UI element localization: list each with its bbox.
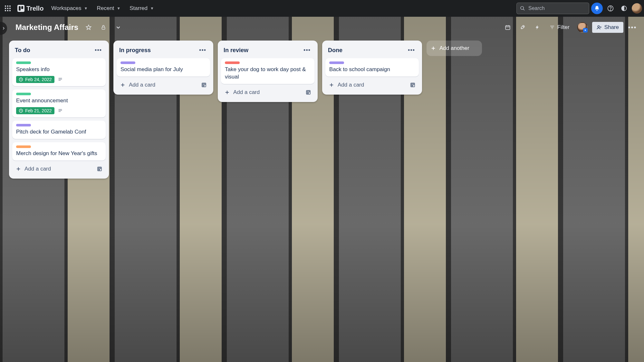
- list-title[interactable]: In review: [224, 47, 302, 54]
- star-board-button[interactable]: [83, 22, 94, 33]
- card-label[interactable]: [225, 61, 240, 64]
- member-avatar[interactable]: ✦: [577, 22, 588, 32]
- add-card-button[interactable]: Add a card: [119, 80, 197, 90]
- user-plus-icon: [597, 25, 602, 30]
- list[interactable]: To do•••Speakers infoFeb 24, 2022Event a…: [9, 41, 109, 179]
- list-header: Done•••: [325, 44, 419, 58]
- automation-button[interactable]: [532, 22, 543, 33]
- list-menu-button[interactable]: •••: [198, 46, 207, 55]
- search-placeholder: Search: [528, 5, 545, 11]
- list-title[interactable]: Done: [328, 47, 407, 54]
- workspaces-label: Workspaces: [51, 5, 81, 12]
- starred-dropdown[interactable]: Starred ▼: [126, 3, 158, 14]
- list[interactable]: In progress•••Social media plan for July…: [113, 41, 213, 95]
- add-list-label: Add another: [439, 45, 469, 51]
- plus-icon: [430, 45, 436, 51]
- list[interactable]: In review•••Take your dog to work day po…: [218, 41, 318, 102]
- apps-button[interactable]: [2, 3, 14, 14]
- card-title: Event announcement: [16, 97, 102, 105]
- svg-rect-8: [9, 10, 11, 11]
- card-label[interactable]: [16, 145, 31, 148]
- add-card-button[interactable]: Add a card: [223, 87, 302, 97]
- list-footer: Add a card: [325, 77, 419, 91]
- board-menu-button[interactable]: •••: [627, 22, 638, 33]
- board-members[interactable]: ✦: [576, 22, 589, 32]
- calendar-powerup-button[interactable]: [502, 22, 514, 33]
- card[interactable]: Social media plan for July: [117, 58, 210, 77]
- board-title[interactable]: Marketing Affairs: [14, 22, 80, 33]
- list-title[interactable]: In progress: [119, 47, 198, 54]
- filter-icon: [550, 25, 555, 30]
- due-date-text: Feb 21, 2022: [25, 108, 52, 113]
- theme-button[interactable]: [618, 3, 630, 14]
- visibility-button[interactable]: [98, 22, 109, 33]
- svg-rect-1: [7, 5, 8, 7]
- add-list-button[interactable]: Add another: [427, 41, 482, 56]
- plus-icon: [224, 89, 230, 95]
- app-name: Trello: [26, 5, 43, 12]
- due-date-badge[interactable]: Feb 24, 2022: [16, 76, 54, 83]
- trello-logo[interactable]: Trello: [15, 5, 46, 12]
- chevron-down-icon: ▼: [150, 6, 154, 11]
- card[interactable]: Merch design for New Year's gifts: [12, 142, 106, 161]
- workspaces-dropdown[interactable]: Workspaces ▼: [47, 3, 91, 14]
- clock-icon: [19, 77, 23, 82]
- add-card-button[interactable]: Add a card: [14, 164, 93, 174]
- theme-icon: [621, 5, 627, 12]
- notifications-button[interactable]: [591, 3, 603, 14]
- card-label[interactable]: [16, 124, 31, 126]
- description-icon: [58, 77, 63, 82]
- svg-point-11: [597, 10, 598, 11]
- lists-container[interactable]: To do•••Speakers infoFeb 24, 2022Event a…: [0, 38, 644, 362]
- card-title: Pitch deck for Gamelab Conf: [16, 128, 102, 136]
- list[interactable]: Done•••Back to school campaignAdd a card: [322, 41, 422, 95]
- card-label[interactable]: [16, 93, 31, 95]
- starred-label: Starred: [130, 5, 148, 12]
- card[interactable]: Event announcementFeb 21, 2022: [12, 89, 106, 117]
- help-button[interactable]: [605, 3, 616, 14]
- help-icon: [607, 5, 614, 12]
- card-template-button[interactable]: [200, 81, 208, 89]
- bolt-icon: [535, 24, 540, 30]
- card[interactable]: Take your dog to work day post & visual: [221, 58, 314, 84]
- svg-rect-55: [411, 85, 413, 86]
- cards: Social media plan for July: [117, 58, 210, 77]
- card-template-button[interactable]: [95, 165, 104, 173]
- card-label[interactable]: [120, 61, 135, 64]
- list-menu-button[interactable]: •••: [93, 46, 103, 55]
- account-avatar[interactable]: [632, 3, 642, 14]
- card-label[interactable]: [16, 61, 31, 64]
- list-menu-button[interactable]: •••: [407, 46, 416, 55]
- board-header: Marketing Affairs Filter ✦: [0, 17, 644, 38]
- powerups-button[interactable]: [517, 22, 528, 33]
- svg-rect-44: [203, 84, 205, 85]
- share-button[interactable]: Share: [592, 22, 623, 33]
- board-view-switcher[interactable]: [112, 22, 124, 33]
- card-template-button[interactable]: [409, 81, 417, 89]
- list-menu-button[interactable]: •••: [302, 46, 312, 55]
- search-icon: [520, 6, 525, 11]
- filter-button[interactable]: Filter: [546, 22, 573, 32]
- template-icon: [201, 82, 207, 88]
- svg-rect-40: [98, 169, 100, 170]
- list-footer: Add a card: [117, 77, 210, 91]
- card[interactable]: Pitch deck for Gamelab Conf: [12, 121, 106, 139]
- chevron-down-icon: ▼: [84, 6, 88, 11]
- svg-marker-15: [86, 25, 91, 30]
- add-card-label: Add a card: [338, 82, 364, 88]
- search-input[interactable]: Search: [516, 3, 589, 14]
- svg-rect-49: [307, 91, 310, 92]
- list-title[interactable]: To do: [15, 47, 93, 54]
- due-date-badge[interactable]: Feb 21, 2022: [16, 107, 54, 114]
- list-header: In review•••: [221, 44, 314, 58]
- svg-point-13: [610, 10, 610, 10]
- recent-dropdown[interactable]: Recent ▼: [93, 3, 124, 14]
- add-card-button[interactable]: Add a card: [327, 80, 406, 90]
- share-label: Share: [604, 24, 619, 31]
- card-template-button[interactable]: [304, 88, 312, 97]
- card[interactable]: Back to school campaign: [325, 58, 419, 77]
- card[interactable]: Speakers infoFeb 24, 2022: [12, 58, 106, 86]
- svg-rect-45: [203, 85, 204, 86]
- card-label[interactable]: [329, 61, 344, 64]
- svg-rect-2: [9, 5, 11, 7]
